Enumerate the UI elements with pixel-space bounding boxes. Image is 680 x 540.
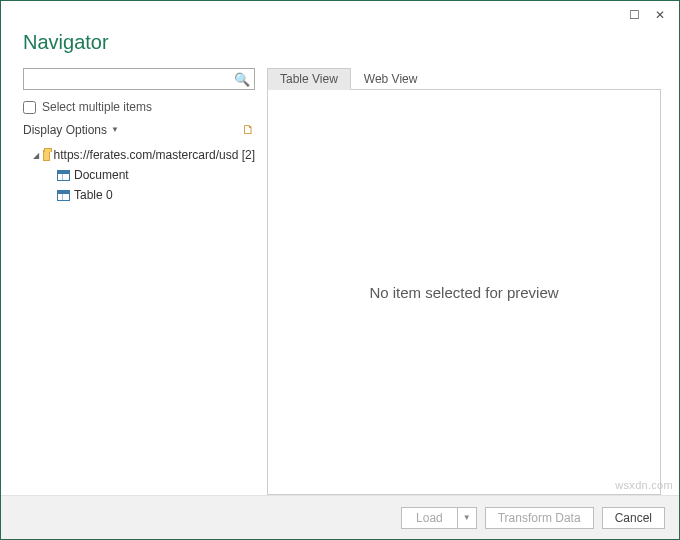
tree-item-table0[interactable]: Table 0 — [23, 185, 255, 205]
collapse-icon[interactable]: ◢ — [33, 151, 39, 160]
tab-table-view[interactable]: Table View — [267, 68, 351, 90]
display-options-dropdown[interactable]: Display Options ▼ — [23, 123, 119, 137]
search-input[interactable] — [30, 71, 234, 87]
navigator-dialog: ☐ ✕ Navigator 🔍 Select multiple items Di — [0, 0, 680, 540]
tree-item-label: Document — [74, 168, 129, 182]
display-options-label: Display Options — [23, 123, 107, 137]
tree-root-row[interactable]: ◢ https://ferates.com/mastercard/usd [2] — [23, 145, 255, 165]
dialog-title: Navigator — [23, 31, 661, 54]
right-pane: Table View Web View No item selected for… — [267, 68, 661, 495]
load-dropdown-button[interactable]: ▼ — [457, 507, 477, 529]
select-multiple-label: Select multiple items — [42, 100, 152, 114]
transform-data-button[interactable]: Transform Data — [485, 507, 594, 529]
tree-item-label: Table 0 — [74, 188, 113, 202]
titlebar: ☐ ✕ — [1, 1, 679, 29]
folder-icon — [43, 150, 50, 161]
select-multiple-row[interactable]: Select multiple items — [23, 100, 255, 114]
source-tree: ◢ https://ferates.com/mastercard/usd [2]… — [23, 145, 255, 205]
preview-empty-message: No item selected for preview — [369, 284, 558, 301]
refresh-icon[interactable]: 🗋 — [242, 122, 255, 137]
search-icon: 🔍 — [234, 72, 250, 87]
left-pane: 🔍 Select multiple items Display Options … — [23, 68, 255, 495]
dialog-body: 🔍 Select multiple items Display Options … — [23, 68, 661, 495]
table-icon — [57, 190, 70, 201]
dialog-content: Navigator 🔍 Select multiple items Displa… — [1, 29, 679, 495]
maximize-button[interactable]: ☐ — [621, 5, 647, 25]
search-box[interactable]: 🔍 — [23, 68, 255, 90]
display-options-row: Display Options ▼ 🗋 — [23, 122, 255, 137]
tree-root-label: https://ferates.com/mastercard/usd [2] — [54, 148, 255, 162]
chevron-down-icon: ▼ — [111, 125, 119, 134]
table-icon — [57, 170, 70, 181]
tab-web-view[interactable]: Web View — [351, 68, 431, 90]
preview-tabs: Table View Web View — [267, 68, 661, 90]
dialog-footer: Load ▼ Transform Data Cancel — [1, 495, 679, 539]
load-button[interactable]: Load — [401, 507, 457, 529]
cancel-button[interactable]: Cancel — [602, 507, 665, 529]
tree-item-document[interactable]: Document — [23, 165, 255, 185]
load-split-button: Load ▼ — [401, 507, 477, 529]
select-multiple-checkbox[interactable] — [23, 101, 36, 114]
close-button[interactable]: ✕ — [647, 5, 673, 25]
close-icon: ✕ — [655, 8, 665, 22]
maximize-icon: ☐ — [629, 8, 640, 22]
chevron-down-icon: ▼ — [463, 513, 471, 522]
preview-panel: No item selected for preview — [267, 89, 661, 495]
